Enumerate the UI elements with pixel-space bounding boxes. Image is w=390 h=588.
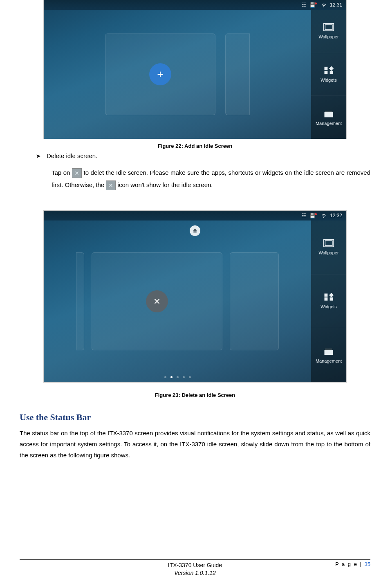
para-text-a: Tap on xyxy=(52,169,72,176)
wifi-icon xyxy=(321,2,327,8)
status-time: 12:31 xyxy=(330,2,342,8)
svg-rect-1 xyxy=(325,25,332,30)
footer-rule xyxy=(20,559,370,560)
widgets-icon xyxy=(323,66,334,75)
svg-rect-15 xyxy=(325,348,332,350)
bullet-text: Delete idle screen. xyxy=(47,151,97,161)
next-pane-preview xyxy=(230,252,279,350)
status-time: 12:32 xyxy=(330,213,342,218)
svg-rect-10 xyxy=(325,294,328,297)
footer-guide: ITX-3370 User Guide xyxy=(20,561,370,570)
para-text-c: icon won't show for the idle screen. xyxy=(118,181,213,188)
svg-rect-7 xyxy=(325,111,332,112)
status-bar: ☷ 💾 12:31 xyxy=(44,0,346,10)
current-screen-pane[interactable] xyxy=(92,252,222,350)
wallpaper-icon xyxy=(323,239,334,248)
figure22-screenshot: ☷ 💾 12:31 Wallpaper xyxy=(44,0,346,139)
picture-icon: ☷ xyxy=(302,213,306,218)
prev-pane-preview xyxy=(76,252,84,350)
screen-panes xyxy=(44,220,311,382)
management-icon xyxy=(323,109,334,118)
page-number-value: 35 xyxy=(365,561,370,567)
add-screen-button[interactable] xyxy=(149,63,171,85)
notification-icon: 💾 xyxy=(309,2,318,8)
svg-rect-9 xyxy=(325,241,332,246)
side-item-label: Widgets xyxy=(321,78,337,82)
wifi-icon xyxy=(321,213,327,218)
pager-dot xyxy=(164,376,166,378)
side-item-label: Management xyxy=(316,359,342,363)
side-item-wallpaper[interactable]: Wallpaper xyxy=(311,10,346,53)
footer-version: Version 1.0.1.12 xyxy=(20,569,370,577)
svg-rect-12 xyxy=(325,298,328,301)
side-item-wallpaper[interactable]: Wallpaper xyxy=(311,220,346,274)
pager xyxy=(44,376,311,378)
svg-rect-14 xyxy=(325,350,333,355)
side-item-label: Management xyxy=(316,121,342,126)
side-panel: Wallpaper Widgets Management xyxy=(311,10,346,139)
side-item-label: Wallpaper xyxy=(318,34,338,39)
svg-rect-2 xyxy=(325,67,328,70)
widgets-icon xyxy=(323,293,334,302)
svg-rect-13 xyxy=(330,298,333,301)
figure23-screenshot: ☷ 💾 12:32 xyxy=(44,211,346,382)
side-item-widgets[interactable]: Widgets xyxy=(311,53,346,96)
side-panel: Wallpaper Widgets Management xyxy=(311,220,346,382)
delete-instruction-paragraph: Tap on to delet the Idle screen. Please … xyxy=(52,167,370,191)
svg-rect-6 xyxy=(325,112,333,117)
pager-dot xyxy=(183,376,185,378)
status-bar: ☷ 💾 12:32 xyxy=(44,211,346,220)
side-item-label: Widgets xyxy=(321,304,337,309)
management-icon xyxy=(323,347,334,356)
svg-rect-4 xyxy=(325,71,328,74)
bullet-item: ➤ Delete idle screen. xyxy=(36,151,370,161)
side-item-management[interactable]: Management xyxy=(311,328,346,382)
notification-icon: 💾 xyxy=(309,213,318,218)
screen-panes xyxy=(44,10,311,139)
delete-icon-inline xyxy=(72,168,82,178)
next-pane-preview xyxy=(225,33,250,115)
svg-rect-11 xyxy=(329,293,334,298)
side-item-label: Wallpaper xyxy=(318,250,338,255)
page-footer: P a g e | 35 ITX-3370 User Guide Version… xyxy=(20,559,370,577)
side-item-widgets[interactable]: Widgets xyxy=(311,274,346,328)
bullet-arrow-icon: ➤ xyxy=(36,151,41,161)
delete-screen-button[interactable] xyxy=(146,290,168,312)
delete-icon-inline-2 xyxy=(106,180,116,190)
pager-dot xyxy=(189,376,191,378)
figure23-caption: Figure 23: Delete an Idle Screen xyxy=(20,392,370,398)
svg-rect-3 xyxy=(329,66,334,71)
picture-icon: ☷ xyxy=(302,2,306,8)
figure22-caption: Figure 22: Add an Idle Screen xyxy=(20,143,370,149)
pager-dot-active xyxy=(170,376,173,378)
section-heading: Use the Status Bar xyxy=(20,412,370,423)
pager-dot xyxy=(177,376,179,378)
add-screen-pane[interactable] xyxy=(105,33,215,115)
wallpaper-icon xyxy=(323,23,334,32)
side-item-management[interactable]: Management xyxy=(311,96,346,139)
page-label-text: P a g e | xyxy=(335,561,365,567)
section-paragraph: The status bar on the top of the ITX-337… xyxy=(20,428,370,461)
svg-rect-5 xyxy=(330,71,333,74)
